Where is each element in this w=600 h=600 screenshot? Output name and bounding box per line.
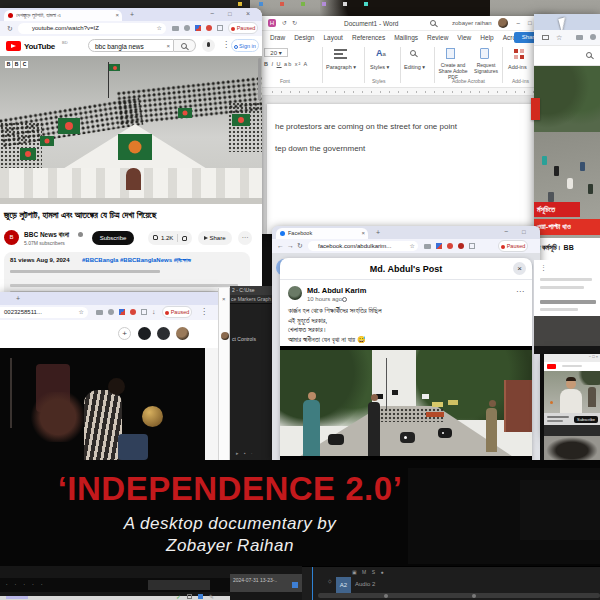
news-toolbar[interactable]: ☆ (534, 30, 600, 46)
window-minimize-icon[interactable]: − (210, 10, 214, 17)
modal-close-button[interactable]: × (513, 262, 526, 275)
effect-controls-panel[interactable]: ct Controls ▸ ▪ ∙ (230, 303, 272, 460)
scrollbar-handle[interactable] (384, 594, 388, 598)
player-controls-icons[interactable]: ∙ ∙ ∙ ∙ ∙ (6, 582, 46, 587)
channel-avatar[interactable]: B (4, 230, 19, 245)
create-post-icon[interactable]: + (118, 327, 131, 340)
status-icons-row[interactable]: ✓ ✎ (176, 593, 214, 600)
mini-subscribe-button[interactable]: Subscribe (574, 416, 598, 423)
transport-controls[interactable]: ▸ ▪ ∙ (236, 450, 254, 456)
request-signatures-icon[interactable] (480, 48, 489, 59)
extension-icon[interactable] (436, 243, 442, 249)
word-document-area[interactable]: he protestors are coming on the street f… (262, 96, 554, 234)
mic-icon[interactable] (202, 39, 215, 52)
window-minimize-icon[interactable]: − (504, 228, 508, 235)
word-minimize-button[interactable]: − (516, 20, 520, 27)
paragraph-button[interactable]: Paragraph ▾ (326, 64, 356, 70)
back-icon[interactable]: ← (277, 242, 284, 249)
browser-tab[interactable]: Facebook × (276, 228, 368, 239)
window-maximize-icon[interactable]: □ (228, 11, 232, 17)
desktop-icon[interactable] (280, 2, 284, 6)
video-player-bar[interactable]: ∙ ∙ ∙ ∙ ∙ (0, 578, 230, 592)
cast-icon[interactable] (542, 35, 549, 40)
adobe-pdf-icon[interactable] (446, 48, 455, 59)
forward-icon[interactable]: → (287, 242, 294, 249)
shield-icon[interactable] (590, 34, 596, 40)
paused-chip[interactable]: Paused (228, 22, 258, 34)
word-tab-layout[interactable]: Layout (323, 34, 343, 41)
word-maximize-button[interactable]: □ (528, 20, 532, 26)
desktop-icon[interactable] (322, 2, 326, 6)
desktop-icon[interactable] (259, 2, 263, 6)
shield-icon[interactable] (184, 25, 190, 31)
dislike-icon[interactable] (182, 236, 187, 241)
like-dislike-pill[interactable]: 1.2K (148, 231, 192, 245)
download-icon[interactable]: ↓ (152, 308, 156, 315)
share-button[interactable]: Share (198, 231, 232, 245)
messenger-icon[interactable] (138, 327, 151, 340)
word-search-icon[interactable] (430, 20, 436, 26)
camera-icon[interactable] (424, 244, 431, 249)
desktop-icon[interactable] (301, 2, 305, 6)
new-tab-icon[interactable]: + (16, 295, 20, 302)
record-extension-icon[interactable] (447, 243, 453, 249)
word-tab-design[interactable]: Design (294, 34, 314, 41)
close-icon[interactable]: × (222, 296, 226, 302)
recording-file-panel[interactable]: 2024-07-31 13-23-.. (230, 574, 302, 592)
styles-button[interactable]: Styles ▾ (370, 64, 389, 70)
add-ins-button[interactable]: Add-ins (508, 64, 527, 70)
track-buttons-icons[interactable]: ▣ M S ● (352, 570, 385, 575)
camera-icon[interactable] (576, 35, 583, 40)
notifications-bell-icon[interactable] (157, 327, 170, 340)
bookmark-star-icon[interactable]: ☆ (556, 34, 562, 41)
camera-icon[interactable] (96, 310, 103, 315)
word-ruler[interactable] (262, 88, 554, 96)
window-close-icon[interactable]: × (246, 10, 250, 17)
address-bar[interactable]: youtube.com/watch?v=IZ ☆ (18, 23, 166, 34)
youtube-logo-icon[interactable] (547, 364, 556, 369)
desktop-icon[interactable] (238, 2, 242, 6)
word-tab-help[interactable]: Help (480, 34, 493, 41)
paused-chip[interactable]: Paused (498, 240, 528, 252)
yt-video-player[interactable]: B B C (0, 56, 262, 204)
audio-track-badge[interactable]: A2 (336, 577, 351, 593)
post-author-avatar[interactable] (288, 286, 302, 300)
badge-extension-icon[interactable] (458, 243, 464, 249)
word-tab-view[interactable]: View (457, 34, 471, 41)
sign-in-button[interactable]: Sign in (231, 39, 259, 52)
mini-titlebar[interactable]: − □ × (544, 354, 600, 362)
tab-close-icon[interactable]: × (115, 12, 119, 18)
extension-icon[interactable] (119, 309, 125, 315)
extension-icon[interactable] (469, 243, 475, 249)
scrollbar-handle[interactable] (472, 594, 476, 598)
playhead-line[interactable] (312, 567, 313, 600)
desktop-icon[interactable] (364, 2, 368, 6)
subscribe-button[interactable]: Subscribe (92, 231, 134, 245)
timeline-scrollbar[interactable] (318, 593, 600, 598)
bookmark-star-icon[interactable]: ☆ (410, 243, 415, 249)
bookmark-star-icon[interactable]: ☆ (157, 25, 162, 31)
search-icon[interactable] (586, 52, 592, 58)
page-scrollbar[interactable] (258, 58, 261, 100)
word-tab-references[interactable]: References (352, 34, 385, 41)
word-tab-mailings[interactable]: Mailings (394, 34, 418, 41)
camera-icon[interactable] (172, 26, 179, 31)
youtube-wordmark[interactable]: YouTube (24, 42, 55, 51)
word-tab-review[interactable]: Review (427, 34, 448, 41)
browser-tab[interactable]: দেশজুড়ে লুটপাট, হামলা এ × (4, 10, 122, 21)
video-hashtags[interactable]: #BBCBangla #BBCBanglaNews #বিক্ষোভ (82, 257, 191, 264)
redo-icon[interactable]: ↻ (292, 20, 297, 26)
more-options-icon[interactable]: ⋮ (540, 264, 547, 271)
news-search-row[interactable] (534, 46, 600, 66)
window-maximize-icon[interactable]: □ (522, 229, 526, 235)
font-format-glyphs[interactable]: B I U ab x² A (264, 61, 308, 67)
track-lock-icon[interactable]: ⬦ (328, 579, 332, 584)
like-icon[interactable] (153, 235, 158, 240)
paragraph-icon[interactable] (334, 49, 347, 59)
undo-icon[interactable]: ↺ (282, 20, 287, 26)
extension-icon[interactable] (141, 309, 147, 315)
post-video[interactable] (280, 346, 532, 460)
record-extension-icon[interactable] (130, 309, 136, 315)
extension-icon[interactable] (217, 25, 223, 31)
font-size-box[interactable]: 20 ▾ (264, 48, 288, 57)
